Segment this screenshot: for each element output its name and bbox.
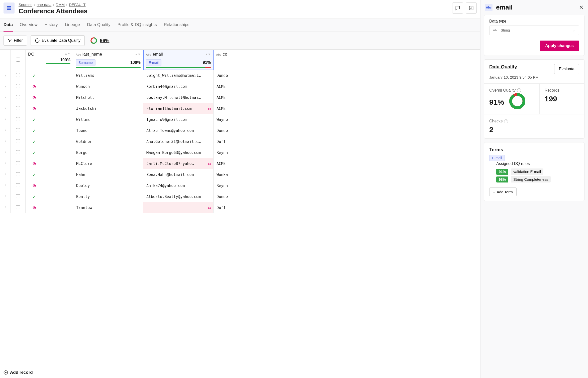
- evaluate-button[interactable]: Evaluate: [554, 64, 579, 74]
- cell-company[interactable]: Wayne: [214, 114, 480, 125]
- col-header-lastname[interactable]: last_name: [82, 52, 102, 57]
- cell-lastname[interactable]: Jaskolski: [73, 103, 143, 114]
- cell-email[interactable]: Korbin44@gmail.com: [143, 81, 214, 92]
- cell-company[interactable]: ACME: [214, 81, 480, 92]
- row-menu-button[interactable]: ⋮: [0, 180, 11, 191]
- cell-company[interactable]: ACME: [214, 103, 480, 114]
- cell-lastname[interactable]: Beatty: [73, 191, 143, 202]
- tab-profile-dq-insights[interactable]: Profile & DQ insights: [118, 19, 157, 32]
- cell-email[interactable]: Ignacio9@gmail.com: [143, 114, 214, 125]
- cell-email[interactable]: Maegan_Berge63@yahoo.com: [143, 147, 214, 158]
- col-header-dq[interactable]: DQ: [28, 52, 35, 57]
- col-header-email[interactable]: email: [153, 52, 163, 57]
- cell-lastname[interactable]: Berge: [73, 147, 143, 158]
- row-menu-button[interactable]: ⋮: [0, 136, 11, 147]
- term-badge-email[interactable]: E-mail: [146, 59, 161, 66]
- cell-lastname[interactable]: McClure: [73, 158, 143, 169]
- row-checkbox[interactable]: [16, 73, 20, 77]
- row-checkbox[interactable]: [16, 150, 20, 154]
- cell-company[interactable]: Reynh: [214, 180, 480, 191]
- tab-overview[interactable]: Overview: [20, 19, 38, 32]
- cell-email[interactable]: Anika74@yahoo.com: [143, 180, 214, 191]
- row-menu-button[interactable]: ⋮: [0, 169, 11, 180]
- cell-company[interactable]: Wonka: [214, 169, 480, 180]
- cell-company[interactable]: ACME: [214, 92, 480, 103]
- row-menu-button[interactable]: ⋮: [0, 125, 11, 136]
- table-row[interactable]: ⋮✓WillmsIgnacio9@gmail.comWayne: [0, 114, 480, 125]
- row-checkbox[interactable]: [16, 194, 20, 198]
- cell-lastname[interactable]: Trantow: [73, 202, 143, 213]
- cell-lastname[interactable]: Wunsch: [73, 81, 143, 92]
- table-row[interactable]: ⋮⊗McClureCarli.McClure87-yaho…⊗ACME: [0, 158, 480, 169]
- breadcrumb-item[interactable]: Sources: [19, 3, 32, 7]
- info-icon[interactable]: i: [517, 88, 521, 92]
- tab-history[interactable]: History: [45, 19, 58, 32]
- tab-relationships[interactable]: Relationships: [164, 19, 189, 32]
- cell-company[interactable]: Duff: [214, 202, 480, 213]
- sort-icon[interactable]: ▲▼: [135, 53, 141, 56]
- select-all-checkbox[interactable]: [16, 58, 20, 62]
- table-row[interactable]: ⋮✓HahnZena.Hahn@hotmail.comWonka: [0, 169, 480, 180]
- overall-dq-pct[interactable]: 66%: [100, 38, 109, 43]
- cell-company[interactable]: Dunde: [214, 125, 480, 136]
- table-row[interactable]: ⋮✓BeattyAlberto.Beatty@yahoo.comDunde: [0, 191, 480, 202]
- cell-email[interactable]: Zena.Hahn@hotmail.com: [143, 169, 214, 180]
- row-checkbox[interactable]: [16, 161, 20, 165]
- cell-email[interactable]: Carli.McClure87-yaho…⊗: [143, 158, 214, 169]
- apply-changes-button[interactable]: Apply changes: [540, 41, 579, 51]
- cell-email[interactable]: Destany.Mitchell@hotmai…: [143, 92, 214, 103]
- cell-lastname[interactable]: Dooley: [73, 180, 143, 191]
- cell-lastname[interactable]: Williams: [73, 70, 143, 81]
- table-row[interactable]: ⋮✓BergeMaegan_Berge63@yahoo.comReynh: [0, 147, 480, 158]
- cell-company[interactable]: ACME: [214, 158, 480, 169]
- tab-lineage[interactable]: Lineage: [65, 19, 80, 32]
- row-menu-button[interactable]: ⋮: [0, 158, 11, 169]
- row-checkbox[interactable]: [16, 139, 20, 143]
- term-badge-surname[interactable]: Surname: [76, 59, 95, 66]
- cell-email[interactable]: Ana.Goldner31@hotmail.c…: [143, 136, 214, 147]
- tab-data-quality[interactable]: Data Quality: [87, 19, 111, 32]
- breadcrumb-item[interactable]: DEFAULT: [69, 3, 85, 7]
- cell-lastname[interactable]: Towne: [73, 125, 143, 136]
- add-term-button[interactable]: +Add Term: [489, 187, 517, 196]
- row-checkbox[interactable]: [16, 172, 20, 176]
- table-row[interactable]: ⋮⊗Trantow⊗Duff: [0, 202, 480, 213]
- row-menu-button[interactable]: ⋮: [0, 114, 11, 125]
- table-row[interactable]: ⋮✓TowneAlize_Towne@yahoo.comDunde: [0, 125, 480, 136]
- row-checkbox[interactable]: [16, 128, 20, 132]
- add-record-button[interactable]: Add record: [0, 367, 480, 378]
- comments-button[interactable]: [452, 3, 463, 14]
- row-checkbox[interactable]: [16, 205, 20, 209]
- row-menu-button[interactable]: ⋮: [0, 92, 11, 103]
- table-row[interactable]: ⋮⊗JaskolskiFlorian11hotmail.com⊗ACME: [0, 103, 480, 114]
- row-menu-button[interactable]: ⋮: [0, 202, 11, 213]
- cell-email[interactable]: Alize_Towne@yahoo.com: [143, 125, 214, 136]
- filter-button[interactable]: Filter: [4, 36, 27, 46]
- breadcrumb-item[interactable]: DMM: [56, 3, 65, 7]
- cell-lastname[interactable]: Hahn: [73, 169, 143, 180]
- row-checkbox[interactable]: [16, 117, 20, 121]
- row-menu-button[interactable]: ⋮: [0, 81, 11, 92]
- evaluate-dq-button[interactable]: Evaluate Data Quality: [31, 35, 85, 46]
- cell-company[interactable]: Dunde: [214, 70, 480, 81]
- cell-email[interactable]: Alberto.Beatty@yahoo.com: [143, 191, 214, 202]
- cell-lastname[interactable]: Willms: [73, 114, 143, 125]
- cell-company[interactable]: Duff: [214, 136, 480, 147]
- table-row[interactable]: ⋮⊗MitchellDestany.Mitchell@hotmai…ACME: [0, 92, 480, 103]
- row-checkbox[interactable]: [16, 183, 20, 187]
- row-menu-button[interactable]: ⋮: [0, 147, 11, 158]
- row-menu-button[interactable]: ⋮: [0, 103, 11, 114]
- tab-data[interactable]: Data: [4, 19, 13, 32]
- row-checkbox[interactable]: [16, 84, 20, 88]
- info-icon[interactable]: i: [504, 119, 508, 123]
- sort-icon[interactable]: ▲▼: [205, 53, 211, 56]
- cell-email[interactable]: ⊗: [143, 202, 214, 213]
- cell-lastname[interactable]: Mitchell: [73, 92, 143, 103]
- tasks-button[interactable]: [466, 3, 477, 14]
- close-panel-button[interactable]: ✕: [579, 4, 583, 11]
- col-header-company[interactable]: co: [223, 52, 227, 57]
- cell-email[interactable]: Florian11hotmail.com⊗: [143, 103, 214, 114]
- table-row[interactable]: ⋮✓WilliamsDwight_Williams@hotmail…Dunde: [0, 70, 480, 81]
- breadcrumb-item[interactable]: one-data: [37, 3, 51, 7]
- term-badge-email-panel[interactable]: E-mail: [489, 155, 505, 161]
